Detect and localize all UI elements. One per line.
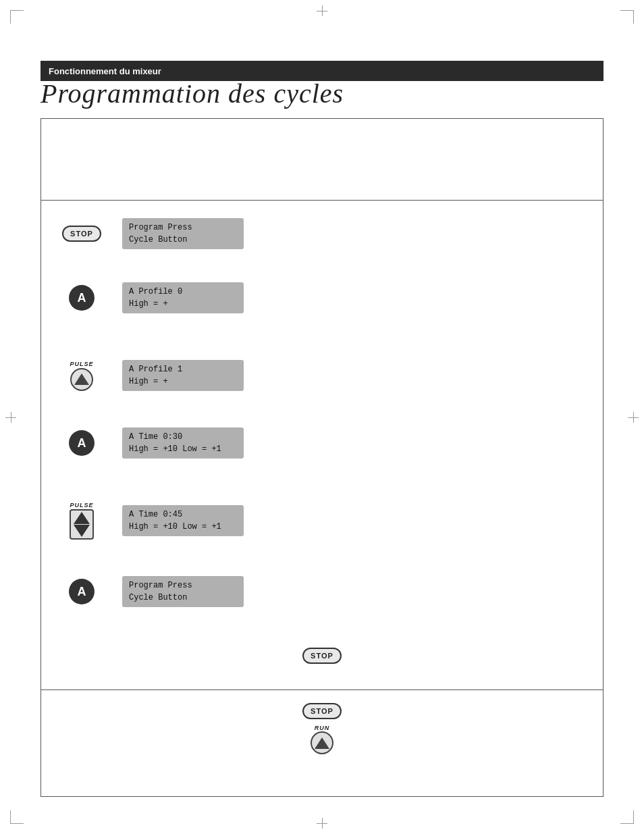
a-label-3: A <box>78 585 86 599</box>
triangle-up-icon <box>74 373 89 385</box>
pulse-up-button[interactable]: PULSE <box>70 361 93 391</box>
a-button-3[interactable]: A <box>69 579 95 604</box>
main-content-box: STOP Program Press Cycle Button A A Prof… <box>41 118 603 797</box>
pulse-up-circle[interactable] <box>70 368 93 391</box>
header-text: Fonctionnement du mixeur <box>49 66 161 76</box>
stop-label-1: STOP <box>70 230 93 238</box>
display-3-line2: High = + <box>129 375 237 388</box>
display-5: A Time 0:45 High = +10 Low = +1 <box>122 505 244 536</box>
stop-icon-1[interactable]: STOP <box>41 226 122 242</box>
corner-mark-tr <box>620 10 634 24</box>
display-3: A Profile 1 High = + <box>122 360 244 391</box>
stop-icon-2[interactable]: STOP <box>302 648 342 664</box>
a-icon-2[interactable]: A <box>41 430 122 456</box>
triangle-down-icon <box>74 525 90 537</box>
display-2-line2: High = + <box>129 298 237 310</box>
step-row-7: STOP <box>41 632 603 679</box>
display-5-line1: A Time 0:45 <box>129 509 237 521</box>
pulse-updown-label: PULSE <box>70 502 93 509</box>
display-4-line1: A Time 0:30 <box>129 431 237 443</box>
run-button[interactable] <box>311 731 333 754</box>
stop-button-3[interactable]: STOP <box>302 703 342 719</box>
a-label-2: A <box>78 436 86 450</box>
display-1-line1: Program Press <box>129 221 237 234</box>
pulse-up-icon[interactable]: PULSE <box>41 361 122 391</box>
display-6-line2: Cycle Button <box>129 592 237 604</box>
display-5-line2: High = +10 Low = +1 <box>129 521 237 533</box>
crosshair-top <box>317 5 327 16</box>
display-2: A Profile 0 High = + <box>122 282 244 313</box>
pulse-updown-icon[interactable]: PULSE <box>41 502 122 540</box>
display-1: Program Press Cycle Button <box>122 218 244 249</box>
corner-mark-br <box>620 810 634 824</box>
display-6-line1: Program Press <box>129 579 237 592</box>
divider-bottom <box>41 689 603 690</box>
page-title: Programmation des cycles <box>41 78 344 109</box>
display-1-line2: Cycle Button <box>129 234 237 246</box>
display-4: A Time 0:30 High = +10 Low = +1 <box>122 427 244 459</box>
stop-label-3: STOP <box>311 707 333 715</box>
crosshair-right <box>628 412 639 423</box>
a-button-2[interactable]: A <box>69 430 95 456</box>
a-icon-3[interactable]: A <box>41 579 122 604</box>
triangle-up-2-icon <box>74 512 90 524</box>
display-6: Program Press Cycle Button <box>122 576 244 607</box>
corner-mark-tl <box>10 10 24 24</box>
stop-button-1[interactable]: STOP <box>62 226 101 242</box>
step-row-6: A Program Press Cycle Button <box>41 565 603 619</box>
step-row-2: A A Profile 0 High = + <box>41 271 603 325</box>
display-2-line1: A Profile 0 <box>129 286 237 298</box>
run-triangle-icon <box>315 737 329 749</box>
a-label-1: A <box>78 291 86 305</box>
pulse-updown-button[interactable]: PULSE <box>70 502 94 540</box>
bottom-section: STOP RUN <box>41 696 603 754</box>
crosshair-left <box>5 412 16 423</box>
step-row-5: PULSE A Time 0:45 High = +10 Low = +1 <box>41 494 603 548</box>
display-3-line1: A Profile 1 <box>129 363 237 375</box>
stop-icon-3[interactable]: STOP <box>302 703 342 719</box>
step-row-1: STOP Program Press Cycle Button <box>41 207 603 261</box>
step-row-3: PULSE A Profile 1 High = + <box>41 348 603 402</box>
divider-top <box>41 200 603 201</box>
a-button-1[interactable]: A <box>69 285 95 311</box>
stop-button-2[interactable]: STOP <box>302 648 342 664</box>
display-4-line2: High = +10 Low = +1 <box>129 443 237 455</box>
a-icon-1[interactable]: A <box>41 285 122 311</box>
crosshair-bottom <box>317 818 327 829</box>
pulse-updown-box[interactable] <box>70 509 94 540</box>
step-row-4: A A Time 0:30 High = +10 Low = +1 <box>41 416 603 470</box>
pulse-up-label: PULSE <box>70 361 93 367</box>
corner-mark-bl <box>10 810 24 824</box>
run-label: RUN <box>315 725 330 731</box>
run-icon[interactable]: RUN <box>311 725 333 754</box>
stop-label-2: STOP <box>311 652 333 660</box>
